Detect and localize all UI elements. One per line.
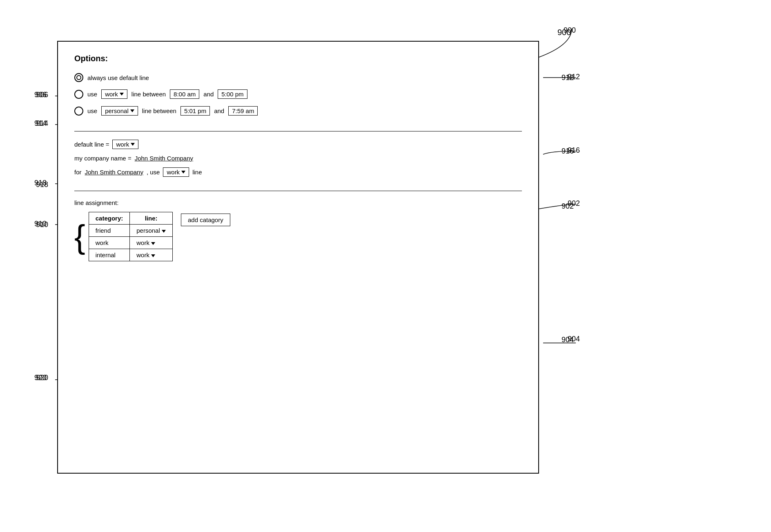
assignment-label: line assignment: [74, 199, 522, 206]
table-row-0: friendpersonal [89, 225, 172, 237]
default-line-row: default line = work [74, 140, 522, 149]
radio-work-line[interactable] [74, 90, 83, 99]
ann-904-label: 904 [562, 336, 574, 344]
default-line-value: work [116, 141, 129, 148]
line-value-2: work [136, 252, 151, 258]
col-header-line: line: [130, 212, 173, 225]
ann-906-label: 906 [36, 91, 48, 99]
table-cell-category-0: friend [89, 225, 130, 237]
assignment-brace: { [74, 220, 85, 253]
option-row-2[interactable]: use work line between 8:00 am and 5:00 p… [74, 89, 522, 99]
for-company-line-value: work [167, 169, 180, 176]
ann-920-label: 920 [36, 374, 48, 382]
personal-line-value: personal [105, 107, 129, 114]
for-company-line-dropdown[interactable]: work [163, 167, 189, 177]
option-use-label-3: use [87, 107, 97, 114]
default-line-label: default line = [74, 141, 109, 148]
for-suffix: line [192, 169, 202, 176]
for-middle-text: , use [147, 169, 160, 176]
radio-always-default[interactable] [74, 73, 83, 82]
assignment-section: line assignment: { category: line: frien [74, 199, 522, 261]
category-table: category: line: friendpersonal workwork … [89, 212, 173, 261]
ann-916-label: 916 [562, 147, 574, 156]
start-time-3[interactable]: 5:01 pm [180, 106, 210, 116]
default-line-arrow [131, 143, 135, 146]
brace-area: { category: line: friendpersonal workwor… [74, 212, 173, 261]
ann-918-label: 918 [36, 180, 48, 189]
table-cell-category-1: work [89, 237, 130, 249]
main-dialog: Options: always use default line use wor… [57, 41, 539, 474]
add-category-button[interactable]: add catagory [181, 214, 230, 226]
col-header-category: category: [89, 212, 130, 225]
assignment-area: { category: line: friendpersonal workwor… [74, 212, 522, 261]
start-time-2-value: 8:00 am [174, 91, 196, 98]
start-time-3-value: 5:01 pm [184, 107, 206, 114]
option-always-default-label: always use default line [87, 74, 149, 81]
ann-902-label: 902 [562, 202, 574, 211]
default-section: default line = work my company name = Jo… [74, 140, 522, 191]
line-value-1: work [136, 239, 151, 246]
for-label: for [74, 169, 82, 176]
company-name-value: John Smith Company [135, 155, 193, 162]
for-company-name: John Smith Company [85, 169, 143, 176]
end-time-2-value: 5:00 pm [221, 91, 243, 98]
line-between-label-2: line between [131, 91, 166, 98]
ann-912-label: 912 [562, 73, 574, 82]
option-row-3[interactable]: use personal line between 5:01 pm and 7:… [74, 106, 522, 116]
work-line-value: work [105, 91, 118, 98]
line-value-0: personal [136, 227, 162, 234]
table-cell-line-2[interactable]: work [130, 249, 173, 261]
company-name-label: my company name = [74, 155, 131, 162]
table-cell-category-2: internal [89, 249, 130, 261]
ann-914-label: 914 [36, 119, 48, 128]
company-name-row: my company name = John Smith Company [74, 155, 522, 162]
table-row-2: internalwork [89, 249, 172, 261]
line-arrow-0 [162, 230, 166, 233]
end-time-2[interactable]: 5:00 pm [218, 89, 247, 99]
ann-900-label: 900 [557, 28, 571, 37]
table-header-row: category: line: [89, 212, 172, 225]
default-line-dropdown[interactable]: work [112, 140, 138, 149]
personal-line-dropdown[interactable]: personal [101, 106, 138, 116]
table-row-1: workwork [89, 237, 172, 249]
ann-910-label: 910 [36, 220, 48, 229]
options-title: Options: [74, 54, 522, 63]
radio-personal-line[interactable] [74, 107, 83, 116]
table-cell-line-1[interactable]: work [130, 237, 173, 249]
for-company-line-arrow [181, 171, 185, 174]
line-arrow-1 [151, 242, 155, 245]
option-row-1[interactable]: always use default line [74, 73, 522, 82]
table-cell-line-0[interactable]: personal [130, 225, 173, 237]
line-between-label-3: line between [142, 107, 176, 114]
end-time-3-value: 7:59 am [232, 107, 254, 114]
end-time-3[interactable]: 7:59 am [228, 106, 258, 116]
option-use-label-2: use [87, 91, 97, 98]
and-label-2: and [203, 91, 214, 98]
line-arrow-2 [151, 254, 155, 257]
work-dropdown-arrow [120, 93, 124, 96]
personal-dropdown-arrow [130, 109, 134, 112]
options-section: always use default line use work line be… [74, 73, 522, 131]
start-time-2[interactable]: 8:00 am [170, 89, 199, 99]
and-label-3: and [214, 107, 224, 114]
work-line-dropdown[interactable]: work [101, 89, 127, 99]
for-company-row: for John Smith Company , use work line [74, 167, 522, 177]
